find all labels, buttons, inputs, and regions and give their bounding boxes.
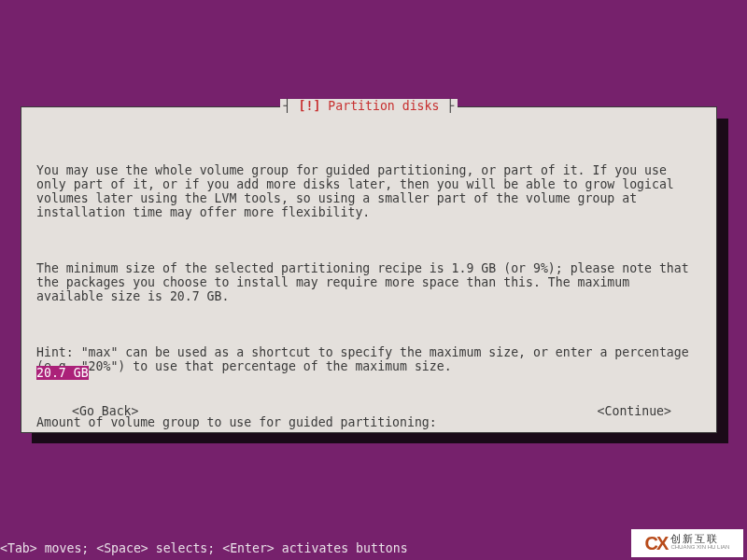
paragraph-2: The minimum size of the selected partiti… <box>36 261 701 303</box>
go-back-button[interactable]: <Go Back> <box>72 404 138 418</box>
dialog-body: You may use the whole volume group for g… <box>36 135 701 471</box>
watermark-cx: CX <box>645 537 668 551</box>
input-value[interactable]: 20.7 GB <box>36 366 89 380</box>
help-bar: <Tab> moves; <Space> selects; <Enter> ac… <box>0 541 408 555</box>
dialog-title: ┤ [!] Partition disks ├ <box>21 99 716 113</box>
paragraph-1: You may use the whole volume group for g… <box>36 163 701 219</box>
watermark-name: 创新互联 <box>670 535 729 543</box>
title-text: Partition disks <box>328 99 439 113</box>
title-bang: [!] <box>299 99 321 113</box>
volume-size-input[interactable]: 20.7 GB ________________________________… <box>36 366 701 380</box>
watermark-sub: CHUANG XIN HU LIAN <box>670 543 729 552</box>
watermark-logo: CX 创新互联 CHUANG XIN HU LIAN <box>631 529 743 557</box>
continue-button[interactable]: <Continue> <box>598 404 671 418</box>
partition-dialog: ┤ [!] Partition disks ├ You may use the … <box>21 106 717 433</box>
input-underline: ________________________________________… <box>89 366 701 380</box>
